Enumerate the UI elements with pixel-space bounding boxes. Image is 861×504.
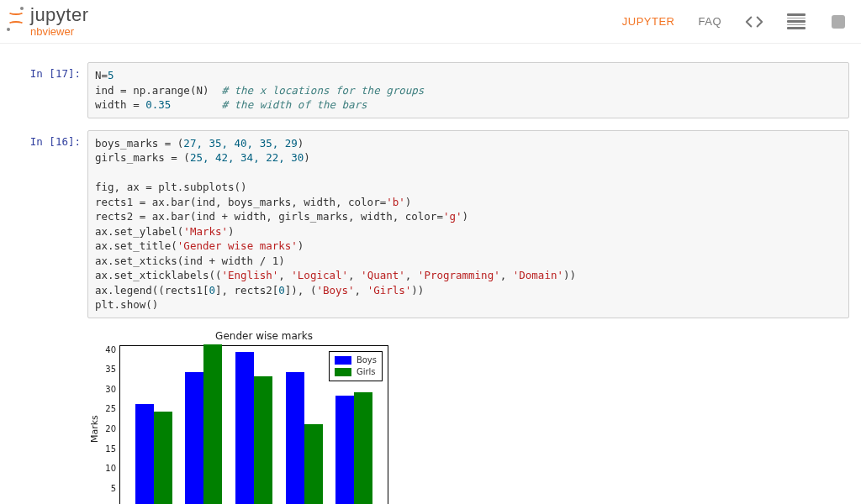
code-icon[interactable]: [745, 14, 763, 29]
legend-swatch: [335, 368, 351, 376]
bar-group: [129, 404, 179, 504]
chart-plot-area: BoysGirls: [119, 345, 388, 505]
jupyter-logo-icon: [7, 8, 25, 31]
legend-row: Girls: [335, 366, 377, 378]
bar: [135, 404, 154, 504]
legend-row: Boys: [335, 354, 377, 366]
input-prompt: In [16]:: [12, 130, 87, 318]
chart-legend: BoysGirls: [329, 351, 383, 381]
bar: [354, 392, 372, 504]
ytick: 15: [105, 444, 116, 454]
logo-sub: nbviewer: [30, 26, 89, 37]
bar-group: [229, 352, 279, 504]
bar: [154, 412, 172, 504]
bar: [203, 344, 222, 505]
top-nav: JUPYTER FAQ: [622, 13, 848, 29]
bar: [235, 352, 254, 504]
code-input[interactable]: N=5 ind = np.arange(N) # the x locations…: [87, 62, 849, 118]
ytick: 25: [105, 404, 116, 413]
menu-stack-icon[interactable]: [787, 13, 806, 29]
chart-ylabel: Marks: [87, 345, 101, 505]
ytick: 35: [105, 365, 116, 374]
bar: [286, 372, 304, 504]
ytick: 30: [105, 385, 116, 394]
ytick: 40: [105, 345, 116, 354]
svg-rect-0: [832, 15, 845, 29]
jupyter-logo[interactable]: jupyter nbviewer: [7, 6, 89, 37]
input-prompt: In [17]:: [12, 62, 87, 118]
bar-group: [179, 344, 230, 505]
bar: [185, 372, 203, 504]
more-icon[interactable]: [829, 14, 848, 29]
code-input[interactable]: boys_marks = (27, 35, 40, 35, 29) girls_…: [87, 130, 849, 318]
chart-title: Gender wise marks: [121, 330, 407, 342]
bar-chart: Gender wise marks Marks 4035302520151050…: [87, 330, 407, 505]
code-cell: In [16]: boys_marks = (27, 35, 40, 35, 2…: [12, 130, 849, 318]
legend-label: Girls: [357, 366, 376, 378]
nav-faq[interactable]: FAQ: [698, 15, 721, 28]
notebook-container: In [17]: N=5 ind = np.arange(N) # the x …: [0, 44, 861, 504]
nav-jupyter[interactable]: JUPYTER: [622, 15, 675, 28]
logo-text: jupyter nbviewer: [30, 6, 89, 37]
code-cell: In [17]: N=5 ind = np.arange(N) # the x …: [12, 62, 849, 118]
bar-group: [329, 392, 379, 504]
ytick: 5: [111, 484, 116, 493]
bar: [335, 396, 354, 504]
chart-yticks: 4035302520151050: [101, 345, 119, 505]
topbar: jupyter nbviewer JUPYTER FAQ: [0, 0, 861, 44]
ytick: 20: [105, 424, 116, 433]
bar: [304, 424, 323, 504]
legend-label: Boys: [357, 354, 377, 366]
logo-main: jupyter: [30, 6, 89, 24]
cell-output: Gender wise marks Marks 4035302520151050…: [87, 330, 849, 505]
bar: [254, 376, 272, 504]
bar-group: [279, 372, 330, 504]
ytick: 10: [105, 464, 116, 473]
legend-swatch: [335, 356, 351, 365]
